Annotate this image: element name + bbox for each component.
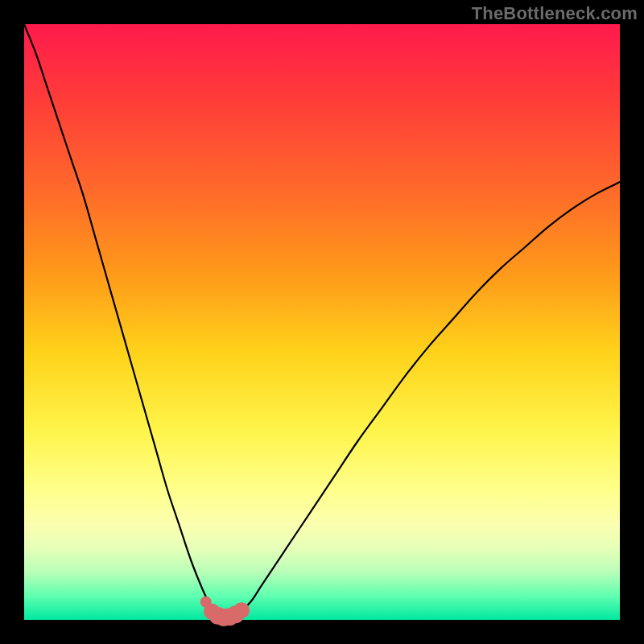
optimal-marker-group	[200, 597, 250, 626]
plot-area	[24, 24, 620, 620]
chart-frame: TheBottleneck.com	[0, 0, 644, 644]
bottleneck-curve	[24, 24, 620, 617]
watermark-text: TheBottleneck.com	[472, 3, 638, 24]
chart-svg	[24, 24, 620, 620]
optimal-marker	[233, 602, 250, 618]
